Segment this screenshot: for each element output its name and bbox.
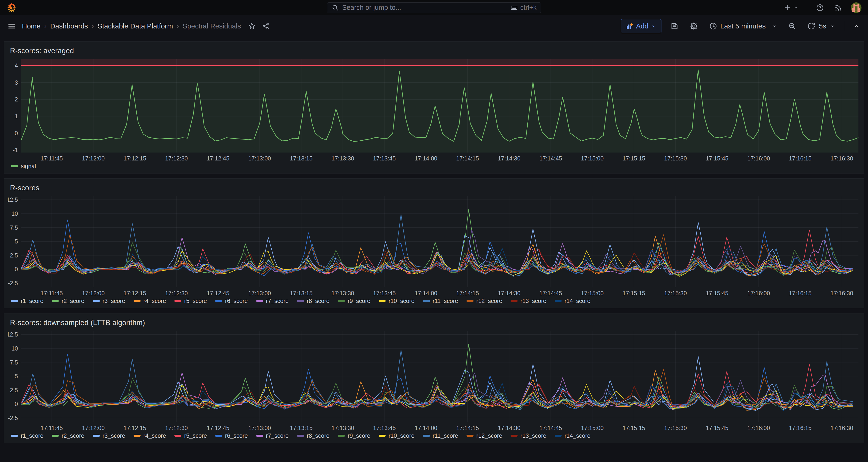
legend-swatch	[510, 300, 518, 302]
time-series-chart[interactable]: 12.5107.552.50-2.517:11:4517:12:0017:12:…	[8, 331, 861, 432]
legend-item[interactable]: signal	[11, 163, 36, 170]
legend-label: r8_score	[307, 298, 330, 304]
legend-item[interactable]: r10_score	[379, 298, 414, 304]
news-button[interactable]	[833, 2, 844, 13]
chevron-up-icon	[853, 23, 860, 30]
help-button[interactable]	[814, 2, 826, 13]
y-tick-label: 7.5	[10, 224, 18, 231]
breadcrumb-separator: ›	[177, 22, 179, 30]
legend-item[interactable]: r1_score	[11, 298, 43, 304]
legend-label: r2_score	[62, 298, 84, 304]
legend-swatch	[555, 300, 562, 302]
refresh-picker[interactable]: 5s	[805, 20, 837, 32]
legend-item[interactable]: r9_score	[338, 298, 370, 304]
collapse-toolbar-button[interactable]	[851, 21, 862, 31]
legend-item[interactable]: r12_score	[467, 298, 502, 304]
x-tick-label: 17:11:45	[40, 425, 63, 431]
legend-item[interactable]: r11_score	[423, 432, 458, 439]
x-tick-label: 17:12:45	[207, 290, 229, 297]
legend-label: r7_score	[266, 432, 289, 439]
legend-item[interactable]: r7_score	[256, 298, 289, 304]
legend-item[interactable]: r1_score	[11, 432, 43, 439]
plus-icon	[783, 4, 791, 12]
x-tick-label: 17:13:30	[332, 425, 354, 431]
x-tick-label: 17:13:00	[248, 155, 271, 162]
legend-item[interactable]: r2_score	[52, 432, 84, 439]
legend-swatch	[467, 435, 473, 437]
legend-item[interactable]: r4_score	[133, 298, 166, 304]
legend-item[interactable]: r9_score	[338, 432, 370, 439]
x-tick-label: 17:14:30	[498, 425, 520, 431]
y-tick-label: 0	[15, 266, 18, 272]
legend-item[interactable]: r6_score	[215, 298, 248, 304]
save-icon	[670, 22, 679, 30]
legend-item[interactable]: r14_score	[555, 432, 590, 439]
legend-label: r10_score	[389, 298, 414, 304]
legend-item[interactable]: r5_score	[175, 298, 207, 304]
avatar[interactable]	[851, 2, 862, 13]
panel-title[interactable]: R-scores	[8, 182, 860, 193]
legend-label: r3_score	[102, 432, 125, 439]
legend-item[interactable]: r11_score	[423, 298, 458, 304]
breadcrumb-item[interactable]: Stackable Data Platform	[97, 22, 173, 30]
mega-menu-button[interactable]	[6, 21, 17, 32]
legend-item[interactable]: r13_score	[510, 432, 546, 439]
x-tick-label: 17:15:00	[581, 425, 603, 431]
x-tick-label: 17:14:30	[498, 290, 520, 297]
time-range-picker[interactable]: Last 5 minutes	[707, 20, 779, 32]
legend-item[interactable]: r12_score	[467, 432, 502, 439]
series-line-r9_score	[21, 378, 853, 410]
breadcrumb: Home›Dashboards›Stackable Data Platform›…	[22, 22, 241, 30]
legend-item[interactable]: r4_score	[133, 432, 166, 439]
add-button-label: Add	[636, 22, 648, 30]
x-tick-label: 17:14:30	[498, 155, 520, 162]
legend-item[interactable]: r14_score	[555, 298, 590, 304]
legend-swatch	[133, 300, 141, 302]
y-tick-label: 5	[15, 238, 18, 245]
legend-label: r1_score	[21, 298, 43, 304]
panel-title[interactable]: R-scores: averaged	[8, 45, 860, 56]
legend-item[interactable]: r13_score	[510, 298, 546, 304]
legend-item[interactable]: r6_score	[215, 432, 248, 439]
zoom-out-button[interactable]	[786, 20, 798, 32]
grafana-logo[interactable]	[6, 3, 17, 13]
legend-label: r1_score	[21, 432, 43, 439]
add-panel-icon	[626, 22, 633, 30]
legend-item[interactable]: r3_score	[93, 432, 125, 439]
search-placeholder: Search or jump to...	[342, 4, 507, 11]
x-tick-label: 17:16:30	[831, 290, 853, 297]
time-series-chart[interactable]: 12.5107.552.50-2.517:11:4517:12:0017:12:…	[8, 196, 861, 297]
save-dashboard-button[interactable]	[669, 20, 681, 32]
legend-item[interactable]: r3_score	[93, 298, 125, 304]
x-tick-label: 17:16:00	[747, 155, 770, 162]
new-button[interactable]	[782, 2, 800, 13]
panel-title[interactable]: R-scores: downsampled (LTTB algorithm)	[8, 317, 860, 328]
legend-item[interactable]: r10_score	[379, 432, 414, 439]
legend-label: r9_score	[348, 298, 370, 304]
favorite-button[interactable]	[248, 22, 256, 30]
dashboard-settings-button[interactable]	[687, 20, 700, 32]
x-tick-label: 17:13:45	[373, 155, 396, 162]
legend-item[interactable]: r7_score	[256, 432, 289, 439]
legend-swatch	[467, 300, 473, 302]
legend-item[interactable]: r8_score	[297, 298, 330, 304]
breadcrumb-item[interactable]: Dashboards	[50, 22, 88, 30]
legend-item[interactable]: r8_score	[297, 432, 330, 439]
y-tick-label: 2.5	[10, 252, 18, 259]
legend-item[interactable]: r2_score	[52, 298, 84, 304]
search-input[interactable]: Search or jump to... ctrl+k	[327, 2, 541, 13]
legend-label: signal	[21, 163, 36, 170]
legend-item[interactable]: r5_score	[175, 432, 207, 439]
x-tick-label: 17:12:30	[165, 155, 188, 162]
x-tick-label: 17:15:00	[581, 155, 603, 162]
share-button[interactable]	[262, 22, 270, 30]
time-series-chart[interactable]: 43210-117:11:4517:12:0017:12:1517:12:301…	[8, 59, 861, 162]
x-tick-label: 17:15:00	[581, 290, 603, 297]
x-tick-label: 17:14:00	[414, 290, 437, 297]
legend-label: r12_score	[476, 298, 502, 304]
legend-label: r12_score	[476, 432, 502, 439]
add-panel-button[interactable]: Add	[621, 19, 661, 33]
chart-legend: r1_scorer2_scorer3_scorer4_scorer5_score…	[8, 432, 860, 440]
rss-icon	[834, 3, 842, 12]
breadcrumb-item[interactable]: Home	[22, 22, 40, 30]
